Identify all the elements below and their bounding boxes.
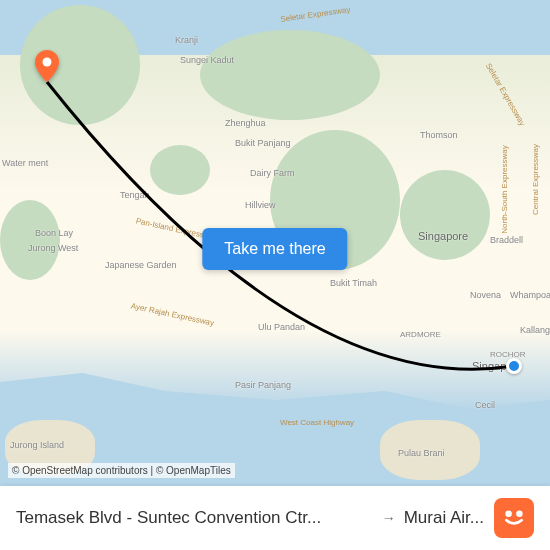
place-label: Jurong West [28, 243, 78, 253]
place-label: Water ment [2, 158, 48, 168]
origin-label: Temasek Blvd - Suntec Convention Ctr... [16, 508, 374, 528]
place-label: Novena [470, 290, 501, 300]
place-label: ROCHOR [490, 350, 526, 359]
map-container[interactable]: Seletar Expressway Kranji Sungei Kadut Z… [0, 0, 550, 550]
place-label: ARDMORE [400, 330, 441, 339]
place-label: Bukit Timah [330, 278, 377, 288]
place-label: Jurong Island [10, 440, 64, 450]
place-label: Singapore [418, 230, 468, 242]
svg-point-2 [516, 510, 523, 517]
place-label: Thomson [420, 130, 458, 140]
road-label: North-South Expressway [500, 145, 509, 233]
arrow-icon: → [374, 510, 404, 526]
take-me-there-button[interactable]: Take me there [202, 228, 347, 270]
moovit-logo-icon[interactable] [494, 498, 534, 538]
destination-label: Murai Air... [404, 508, 484, 528]
green-area [150, 145, 210, 195]
place-label: Boon Lay [35, 228, 73, 238]
place-label: Sungei Kadut [180, 55, 234, 65]
place-label: Whampoa [510, 290, 550, 300]
place-label: Pasir Panjang [235, 380, 291, 390]
place-label: Braddell [490, 235, 523, 245]
place-label: Hillview [245, 200, 276, 210]
road-label: Central Expressway [531, 144, 540, 215]
place-label: Tengah [120, 190, 150, 200]
green-area [400, 170, 490, 260]
green-area [200, 30, 380, 120]
svg-point-1 [505, 510, 512, 517]
place-label: Singap [472, 360, 506, 372]
place-label: Kallang [520, 325, 550, 335]
route-summary-bar: Temasek Blvd - Suntec Convention Ctr... … [0, 486, 550, 550]
place-label: Dairy Farm [250, 168, 295, 178]
map-attribution: © OpenStreetMap contributors | © OpenMap… [8, 463, 235, 478]
place-label: Japanese Garden [105, 260, 177, 270]
road-label: West Coast Highway [280, 418, 354, 427]
place-label: Ulu Pandan [258, 322, 305, 332]
svg-point-0 [43, 58, 52, 67]
green-area [0, 200, 60, 280]
place-label: Bukit Panjang [235, 138, 291, 148]
place-label: Pulau Brani [398, 448, 445, 458]
origin-marker-icon[interactable] [506, 358, 522, 374]
place-label: Zhenghua [225, 118, 266, 128]
place-label: Kranji [175, 35, 198, 45]
place-label: Cecil [475, 400, 495, 410]
destination-marker-icon[interactable] [35, 50, 59, 82]
